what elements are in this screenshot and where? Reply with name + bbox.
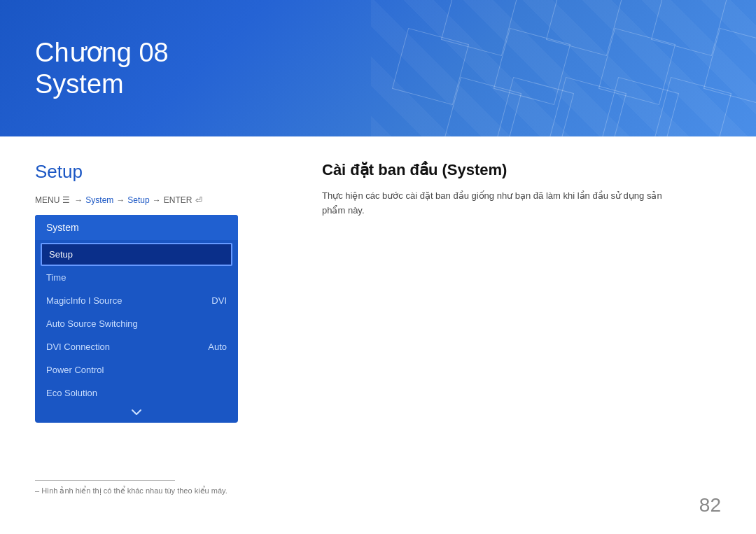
left-column: Setup MENU ☰ → System → Setup → ENTER ⏎ … [35, 161, 280, 423]
menu-item-label-eco: Eco Solution [46, 388, 97, 398]
breadcrumb-setup: Setup [127, 195, 149, 205]
menu-item-eco[interactable]: Eco Solution [35, 381, 238, 405]
menu-item-value-dvi: Auto [208, 342, 227, 352]
menu-item-dvi[interactable]: DVI Connection Auto [35, 335, 238, 358]
header-banner: Chương 08 System [0, 0, 756, 136]
menu-item-label-auto-source: Auto Source Switching [46, 318, 138, 329]
menu-item-label-time: Time [46, 272, 66, 283]
menu-items-list: Setup Time MagicInfo I Source DVI Auto S… [35, 240, 238, 423]
menu-header: System [35, 215, 238, 240]
cube-decoration [350, 0, 756, 136]
menu-item-label-magicinfo: MagicInfo I Source [46, 295, 122, 306]
enter-icon: ⏎ [195, 195, 202, 205]
system-menu: System Setup Time MagicInfo I Source DVI… [35, 215, 238, 423]
menu-item-label-dvi: DVI Connection [46, 342, 110, 352]
section-title: Setup [35, 161, 280, 183]
enter-text: ENTER [164, 195, 192, 205]
menu-item-time[interactable]: Time [35, 266, 238, 289]
footer-text: – Hình ảnh hiển thị có thể khác nhau tùy… [35, 486, 721, 496]
chevron-down-icon [131, 409, 142, 416]
menu-item-auto-source[interactable]: Auto Source Switching [35, 312, 238, 335]
chapter-label: Chương 08 [35, 37, 169, 69]
menu-item-label-power-control: Power Control [46, 365, 104, 375]
footer-divider [35, 480, 175, 481]
menu-item-power-control[interactable]: Power Control [35, 358, 238, 381]
page-number: 82 [699, 494, 721, 517]
content-description: Thực hiện các bước cài đặt ban đầu giống… [322, 189, 686, 218]
header-title: Chương 08 System [35, 37, 169, 99]
main-content: Setup MENU ☰ → System → Setup → ENTER ⏎ … [0, 136, 756, 437]
breadcrumb: MENU ☰ → System → Setup → ENTER ⏎ [35, 195, 280, 205]
arrow1: → [74, 195, 83, 205]
breadcrumb-system: System [85, 195, 113, 205]
menu-item-magicinfo[interactable]: MagicInfo I Source DVI [35, 289, 238, 312]
footer-note: – Hình ảnh hiển thị có thể khác nhau tùy… [35, 480, 721, 496]
menu-chevron[interactable] [35, 405, 238, 420]
menu-icon: ☰ [62, 195, 70, 205]
system-label: System [35, 69, 169, 99]
menu-item-setup[interactable]: Setup [41, 243, 232, 266]
content-title: Cài đặt ban đầu (System) [322, 161, 721, 179]
arrow3: → [153, 195, 161, 205]
menu-item-label-setup: Setup [49, 249, 73, 260]
menu-item-value-magicinfo: DVI [211, 295, 227, 306]
menu-text: MENU [35, 195, 59, 205]
right-column: Cài đặt ban đầu (System) Thực hiện các b… [322, 161, 721, 423]
arrow2: → [116, 195, 125, 205]
